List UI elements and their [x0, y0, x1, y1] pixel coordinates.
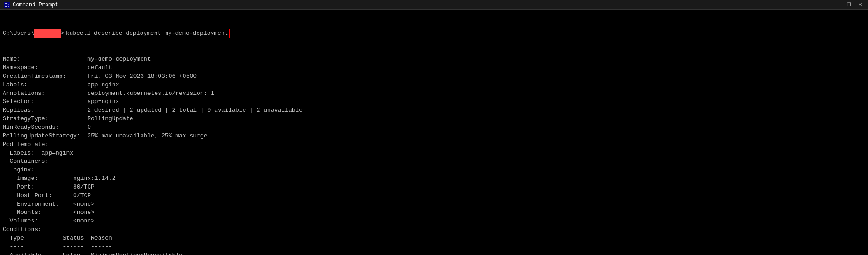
prompt-prefix: C:\Users\ [3, 29, 34, 38]
terminal-line: Conditions: [3, 226, 865, 234]
terminal-line: StrategyType: RollingUpdate [3, 115, 865, 123]
terminal-line: Pod Template: [3, 141, 865, 149]
terminal-line: Host Port: 0/TCP [3, 192, 865, 200]
title-bar: C: Command Prompt ─ ❐ ✕ [0, 0, 868, 10]
minimize-button[interactable]: ─ [834, 1, 843, 9]
terminal-line: Environment: <none> [3, 200, 865, 209]
terminal-line: Containers: [3, 157, 865, 166]
prompt-suffix: > [61, 29, 65, 38]
terminal-line: Type Status Reason [3, 234, 865, 243]
user-highlight [34, 29, 61, 38]
terminal-line: Volumes: <none> [3, 217, 865, 226]
terminal-line: Labels: app=nginx [3, 81, 865, 90]
svg-text:C:: C: [5, 3, 10, 8]
terminal-line: Annotations: deployment.kubernetes.io/re… [3, 90, 865, 98]
terminal-line: Selector: app=nginx [3, 98, 865, 106]
restore-button[interactable]: ❐ [844, 1, 854, 9]
terminal-output: Name: my-demo-deploymentNamespace: defau… [3, 55, 865, 255]
terminal-line: Replicas: 2 desired | 2 updated | 2 tota… [3, 106, 865, 115]
command-box: kubectl describe deployment my-demo-depl… [65, 29, 230, 38]
terminal-line: Available False MinimumReplicasUnavailab… [3, 251, 865, 255]
terminal-line: Labels: app=nginx [3, 149, 865, 158]
terminal-line: Port: 80/TCP [3, 183, 865, 192]
terminal-line: CreationTimestamp: Fri, 03 Nov 2023 18:0… [3, 72, 865, 81]
title-bar-left: C: Command Prompt [4, 2, 58, 8]
terminal-line: Namespace: default [3, 64, 865, 72]
prompt-line: C:\Users\ >kubectl describe deployment m… [3, 29, 865, 38]
terminal-body: C:\Users\ >kubectl describe deployment m… [0, 10, 868, 255]
terminal-line: RollingUpdateStrategy: 25% max unavailab… [3, 132, 865, 141]
cmd-icon: C: [4, 2, 10, 8]
terminal-line: Image: nginx:1.14.2 [3, 175, 865, 183]
close-button[interactable]: ✕ [855, 1, 864, 9]
terminal-line: nginx: [3, 166, 865, 175]
terminal-line: Mounts: <none> [3, 208, 865, 217]
window-title: Command Prompt [13, 2, 58, 8]
terminal-line: Name: my-demo-deployment [3, 55, 865, 64]
terminal-line: ---- ------ ------ [3, 243, 865, 251]
terminal-line: MinReadySeconds: 0 [3, 123, 865, 132]
window-controls: ─ ❐ ✕ [834, 1, 864, 9]
